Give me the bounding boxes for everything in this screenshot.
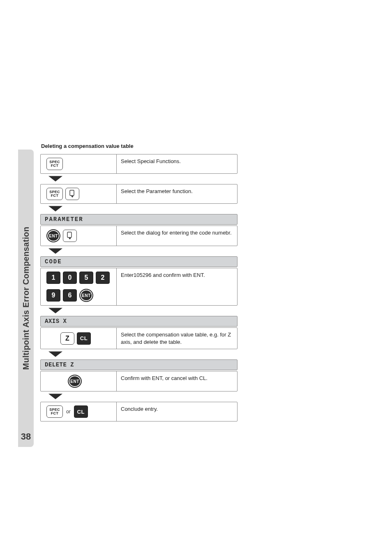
step-7-keys: SPEC FCT or CL bbox=[41, 402, 116, 421]
step-6: ENT Confirm with ENT, or cancel with CL. bbox=[40, 371, 238, 391]
spec-bottom: FCT bbox=[51, 164, 58, 168]
step-2-keys: SPEC FCT bbox=[41, 184, 116, 203]
step-4-keys: 1 0 5 2 9 6 ENT bbox=[41, 268, 116, 305]
arrow-3 bbox=[40, 248, 238, 255]
arrow-2 bbox=[40, 206, 238, 212]
section-code: CODE bbox=[40, 256, 238, 267]
page-down-key[interactable] bbox=[65, 188, 79, 200]
step-1-keys: SPEC FCT bbox=[41, 154, 116, 173]
arrow-6 bbox=[40, 394, 238, 400]
step-3: ENT Select the dialog for entering the c… bbox=[40, 226, 238, 246]
page-down-key[interactable] bbox=[63, 230, 77, 242]
section-delete-z: DELETE Z bbox=[40, 359, 238, 370]
spec-fct-key[interactable]: SPEC FCT bbox=[46, 405, 63, 418]
spec-bottom: FCT bbox=[51, 194, 58, 198]
digit-9-key[interactable]: 9 bbox=[46, 289, 60, 302]
step-6-desc: Confirm with ENT, or cancel with CL. bbox=[116, 371, 237, 391]
arrow-1 bbox=[40, 176, 238, 182]
step-7-desc: Conclude entry. bbox=[116, 402, 237, 421]
down-arrow-icon bbox=[48, 176, 62, 182]
z-key[interactable]: Z bbox=[60, 332, 74, 345]
step-5: Z CL Select the compensation value table… bbox=[40, 327, 238, 349]
svg-marker-5 bbox=[69, 238, 71, 240]
svg-marker-6 bbox=[48, 248, 62, 253]
step-2-desc: Select the Parameter function. bbox=[116, 184, 237, 203]
ent-key[interactable]: ENT bbox=[79, 289, 93, 302]
step-5-desc: Select the compensation value table, e.g… bbox=[116, 328, 237, 349]
digit-5-key[interactable]: 5 bbox=[79, 272, 93, 284]
down-arrow-icon bbox=[48, 206, 62, 212]
step-2: SPEC FCT Select the Parameter function. bbox=[40, 184, 238, 204]
ent-key[interactable]: ENT bbox=[46, 229, 60, 242]
step-1-desc: Select Special Functions. bbox=[116, 154, 237, 173]
svg-marker-8 bbox=[48, 352, 62, 357]
svg-marker-7 bbox=[48, 308, 62, 313]
digit-6-key[interactable]: 6 bbox=[63, 289, 77, 302]
spec-bottom: FCT bbox=[51, 412, 58, 415]
step-4: 1 0 5 2 9 6 ENT Enter105296 and confirm … bbox=[40, 268, 238, 306]
content: Deleting a compensation value table SPEC… bbox=[40, 143, 238, 424]
digit-0-key[interactable]: 0 bbox=[63, 272, 77, 284]
arrow-5 bbox=[40, 351, 238, 358]
side-tab: Multipoint Axis Error Compensation 38 bbox=[18, 150, 34, 447]
ent-key[interactable]: ENT bbox=[68, 375, 82, 388]
spec-fct-key[interactable]: SPEC FCT bbox=[46, 188, 63, 200]
digit-1-key[interactable]: 1 bbox=[46, 272, 60, 284]
svg-rect-1 bbox=[70, 190, 74, 196]
down-arrow-icon bbox=[48, 394, 62, 400]
step-6-keys: ENT bbox=[41, 371, 116, 391]
spec-fct-key[interactable]: SPEC FCT bbox=[46, 158, 63, 170]
svg-marker-3 bbox=[48, 206, 62, 211]
step-1: SPEC FCT Select Special Functions. bbox=[40, 154, 238, 174]
cl-key[interactable]: CL bbox=[77, 332, 91, 345]
step-3-keys: ENT bbox=[41, 226, 116, 246]
page-number: 38 bbox=[18, 431, 34, 442]
step-3-desc: Select the dialog for entering the code … bbox=[116, 226, 237, 246]
svg-rect-4 bbox=[67, 232, 71, 237]
step-4-desc: Enter105296 and confirm with ENT. bbox=[116, 268, 237, 305]
digit-2-key[interactable]: 2 bbox=[96, 272, 110, 284]
section-parameter: PARAMETER bbox=[40, 214, 238, 225]
step-7: SPEC FCT or CL Conclude entry. bbox=[40, 402, 238, 421]
cl-key[interactable]: CL bbox=[74, 405, 88, 418]
svg-marker-2 bbox=[71, 196, 74, 198]
section-axis-x: AXIS X bbox=[40, 316, 238, 327]
down-arrow-icon bbox=[48, 351, 62, 358]
arrow-4 bbox=[40, 308, 238, 314]
page-icon bbox=[67, 232, 73, 240]
down-arrow-icon bbox=[48, 248, 62, 255]
svg-marker-0 bbox=[48, 176, 62, 181]
step-5-keys: Z CL bbox=[41, 328, 116, 349]
down-arrow-icon bbox=[48, 308, 62, 314]
svg-marker-9 bbox=[48, 394, 62, 399]
or-text: or bbox=[66, 409, 71, 415]
heading: Deleting a compensation value table bbox=[41, 143, 238, 149]
page-icon bbox=[69, 190, 76, 198]
side-tab-title: Multipoint Axis Error Compensation bbox=[21, 227, 31, 370]
